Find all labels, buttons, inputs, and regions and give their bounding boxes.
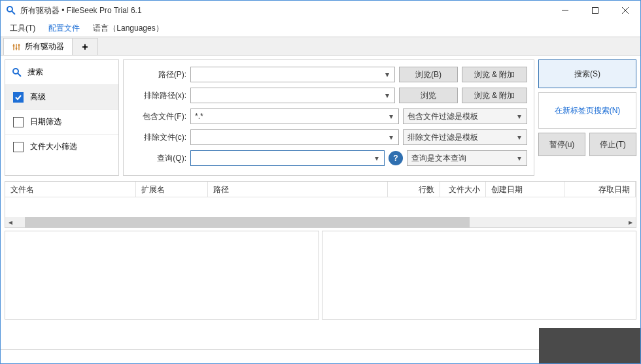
sidebar-head-search[interactable]: 搜索 [5,60,118,84]
col-filename[interactable]: 文件名 [5,182,136,197]
browse-append-path-button[interactable]: 浏览 & 附加 [462,67,527,82]
browse-append-exclude-button[interactable]: 浏览 & 附加 [462,88,527,103]
menu-language[interactable]: 语言（Languages） [88,21,168,36]
col-created[interactable]: 创建日期 [486,182,564,197]
close-button[interactable] [610,1,640,20]
col-lines[interactable]: 行数 [388,182,440,197]
search-icon [12,67,22,78]
action-panel: 搜索(S) 在新标签页搜索(N) 暂停(u) 停止(T) [538,59,636,176]
tab-all-drives[interactable]: 所有驱动器 [3,38,73,55]
col-size[interactable]: 文件大小 [440,182,486,197]
chevron-down-icon: ▾ [383,91,392,100]
checkbox-icon[interactable] [13,117,24,127]
path-input[interactable]: ▾ [190,67,395,82]
stop-button[interactable]: 停止(T) [589,133,636,156]
query-input[interactable]: ▾ [190,150,385,166]
exclude-path-input[interactable]: ▾ [190,88,395,103]
search-button[interactable]: 搜索(S) [538,59,636,88]
chevron-down-icon: ▾ [387,133,396,142]
exclude-files-input[interactable]: ▾ [190,129,399,145]
pause-button[interactable]: 暂停(u) [538,133,585,156]
chevron-down-icon: ▾ [372,154,381,163]
window-title: 所有驱动器 • FileSeek Pro Trial 6.1 [20,5,550,16]
include-files-label: 包含文件(F): [130,111,186,122]
chevron-down-icon: ▾ [515,112,524,121]
col-path[interactable]: 路径 [208,182,388,197]
query-mode-select[interactable]: 查询是文本查询 ▾ [407,150,527,166]
sidebar-advanced-label: 高级 [30,91,46,103]
app-icon [6,5,16,16]
col-accessed[interactable]: 存取日期 [564,182,636,197]
svg-point-11 [18,44,20,46]
svg-point-0 [7,7,12,12]
sidebar: 搜索 高级 日期筛选 文件大小筛选 [5,59,119,176]
query-label: 查询(Q): [130,153,186,164]
sidebar-item-advanced[interactable]: 高级 [5,84,118,109]
tab-strip: 所有驱动器 + [1,37,640,56]
minimize-button[interactable] [550,1,580,20]
sidebar-search-label: 搜索 [27,67,43,78]
search-newtab-button[interactable]: 在新标签页搜索(N) [538,92,636,129]
window-controls [550,1,640,20]
browse-path-button[interactable]: 浏览(B) [399,67,458,82]
exclude-template-select[interactable]: 排除文件过滤是模板 ▾ [403,129,527,145]
overlay-corner [539,328,640,363]
svg-line-13 [18,73,21,76]
scroll-thumb[interactable] [25,217,470,227]
chevron-down-icon: ▾ [383,70,392,79]
title-bar: 所有驱动器 • FileSeek Pro Trial 6.1 [1,1,640,20]
preview-pane-right [322,231,636,320]
preview-pane-left [5,231,319,320]
chevron-down-icon: ▾ [387,112,396,121]
sliders-icon [12,42,21,52]
svg-point-9 [13,44,15,46]
include-template-select[interactable]: 包含文件过滤是模板 ▾ [403,108,527,124]
svg-rect-3 [593,8,598,14]
preview-panes [5,231,636,320]
scroll-track[interactable] [16,217,625,227]
tab-add[interactable]: + [72,38,98,55]
main-area: 搜索 高级 日期筛选 文件大小筛选 路径(P): ▾ 浏览(B) 浏览 & 附加 [1,56,640,176]
help-icon[interactable]: ? [389,151,403,165]
browse-exclude-button[interactable]: 浏览 [399,88,458,103]
sidebar-datefilter-label: 日期筛选 [30,116,61,127]
scroll-right-icon[interactable]: ▸ [625,217,636,227]
checkbox-checked-icon[interactable] [13,92,24,103]
sidebar-item-datefilter[interactable]: 日期筛选 [5,109,118,134]
svg-point-10 [16,47,18,49]
menu-profiles[interactable]: 配置文件 [43,21,85,36]
results-header: 文件名 扩展名 路径 行数 文件大小 创建日期 存取日期 [5,182,636,197]
sidebar-sizefilter-label: 文件大小筛选 [30,141,77,152]
exclude-path-label: 排除路径(x): [130,90,186,101]
path-label: 路径(P): [130,69,186,80]
svg-line-1 [12,11,15,14]
form-panel: 路径(P): ▾ 浏览(B) 浏览 & 附加 排除路径(x): ▾ 浏览 浏览 … [123,59,534,176]
chevron-down-icon: ▾ [515,154,524,163]
menu-bar: 工具(T) 配置文件 语言（Languages） [1,20,640,37]
sidebar-item-sizefilter[interactable]: 文件大小筛选 [5,134,118,159]
checkbox-icon[interactable] [13,142,24,152]
plus-icon: + [82,41,88,53]
maximize-button[interactable] [580,1,610,20]
svg-point-12 [13,69,18,74]
results-grid: 文件名 扩展名 路径 行数 文件大小 创建日期 存取日期 ◂ ▸ [5,181,636,228]
tab-label: 所有驱动器 [25,41,64,52]
chevron-down-icon: ▾ [515,133,524,142]
scroll-left-icon[interactable]: ◂ [5,217,16,227]
horizontal-scrollbar[interactable]: ◂ ▸ [5,217,636,227]
col-ext[interactable]: 扩展名 [136,182,208,197]
include-files-input[interactable]: *.* ▾ [190,108,399,124]
menu-tools[interactable]: 工具(T) [5,21,41,36]
exclude-files-label: 排除文件(c): [130,132,186,143]
